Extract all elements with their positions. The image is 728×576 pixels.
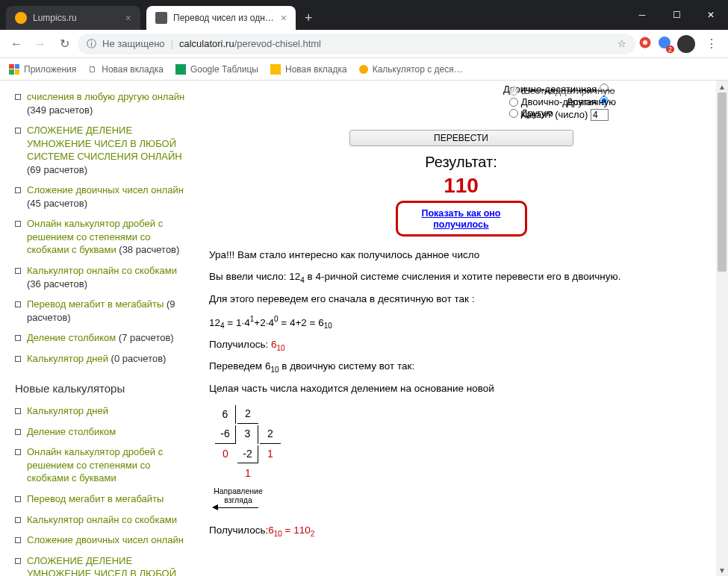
- radio-hex[interactable]: [509, 87, 518, 96]
- scroll-down-icon[interactable]: ▼: [716, 564, 728, 576]
- sidebar-item[interactable]: Онлайн калькулятор дробей с решением со …: [13, 442, 187, 489]
- sidebar-item[interactable]: Онлайн калькулятор дробей с решением со …: [13, 213, 187, 260]
- sidebar-note: (36 расчетов): [27, 278, 87, 289]
- result-heading: Результат:: [209, 154, 713, 171]
- sidebar-note: (45 расчетов): [27, 198, 87, 209]
- minimize-button[interactable]: ─: [625, 0, 659, 30]
- sidebar: счисления в любую другую онлайн (349 рас…: [0, 81, 187, 576]
- url-text: calculatori.ru/perevod-chisel.html: [179, 38, 321, 49]
- tab-title: Перевод чисел из одной систе…: [173, 13, 275, 23]
- arrow-label: Направление взгляда: [212, 487, 264, 504]
- sidebar-link[interactable]: Калькулятор дней: [27, 405, 108, 416]
- tab-title: Lumpics.ru: [33, 13, 119, 23]
- browser-tab-active[interactable]: Перевод чисел из одной систе… ×: [146, 6, 296, 30]
- sidebar-item[interactable]: счисления в любую другую онлайн (349 рас…: [13, 87, 187, 120]
- sidebar-item[interactable]: СЛОЖЕНИЕ ДЕЛЕНИЕ УМНОЖЕНИЕ ЧИСЕЛ В ЛЮБОЙ…: [13, 551, 187, 576]
- bookmark-item[interactable]: Google Таблицы: [175, 64, 258, 75]
- sidebar-item[interactable]: Деление столбиком (7 расчетов): [13, 328, 187, 348]
- sidebar-note: (349 расчетов): [27, 104, 93, 116]
- maximize-button[interactable]: ☐: [659, 0, 694, 30]
- close-icon[interactable]: ×: [281, 12, 287, 24]
- sidebar-link[interactable]: Перевод мегабит в мегабайты: [27, 298, 164, 310]
- radio-bindec-to[interactable]: [509, 98, 518, 107]
- profile-avatar[interactable]: [677, 35, 695, 53]
- url-input[interactable]: ⓘ Не защищено | calculatori.ru/perevod-c…: [78, 34, 635, 54]
- radio-other-to[interactable]: [509, 109, 518, 118]
- extension-icon[interactable]: 2: [658, 36, 671, 51]
- sidebar-link[interactable]: СЛОЖЕНИЕ ДЕЛЕНИЕ УМНОЖЕНИЕ ЧИСЕЛ В ЛЮБОЙ…: [27, 555, 182, 576]
- sidebar-item[interactable]: Перевод мегабит в мегабайты (9 расчетов): [13, 294, 187, 328]
- sidebar-link[interactable]: Сложение двоичных чисел онлайн: [27, 534, 184, 545]
- sidebar-item[interactable]: Перевод мегабит в мегабайты: [13, 489, 187, 510]
- sidebar-item[interactable]: Деление столбиком: [13, 422, 187, 442]
- sidebar-link[interactable]: Онлайн калькулятор дробей с решением со …: [27, 446, 163, 483]
- sidebar-item[interactable]: Калькулятор дней: [13, 401, 187, 422]
- browser-tab[interactable]: Lumpics.ru ×: [6, 6, 140, 30]
- sidebar-note: (69 расчетов): [27, 164, 87, 175]
- menu-button[interactable]: ⋮: [701, 34, 722, 54]
- scrollbar[interactable]: ▲ ▼: [716, 81, 728, 576]
- apps-button[interactable]: Приложения: [9, 64, 76, 75]
- page-icon: [270, 64, 281, 75]
- page-icon: 🗋: [88, 64, 97, 75]
- sidebar-note: (38 расчетов): [116, 244, 180, 255]
- calc-icon: [359, 65, 368, 74]
- sidebar-link[interactable]: счисления в любую другую онлайн: [27, 91, 184, 102]
- security-status: Не защищено: [102, 38, 165, 49]
- favicon-icon: [155, 12, 167, 24]
- sidebar-heading: Новые калькуляторы: [15, 382, 187, 395]
- sidebar-link[interactable]: Деление столбиком: [27, 426, 116, 437]
- favicon-icon: [15, 12, 27, 24]
- sidebar-note: (7 расчетов): [116, 332, 173, 343]
- address-bar: ← → ↻ ⓘ Не защищено | calculatori.ru/per…: [0, 30, 728, 58]
- sidebar-item[interactable]: СЛОЖЕНИЕ ДЕЛЕНИЕ УМНОЖЕНИЕ ЧИСЕЛ В ЛЮБОЙ…: [13, 120, 187, 180]
- sidebar-item[interactable]: Сложение двоичных чисел онлайн (45 расче…: [13, 180, 187, 213]
- sidebar-item[interactable]: Калькулятор онлайн со скобками (36 расче…: [13, 260, 187, 294]
- sidebar-note: (0 расчетов): [108, 353, 166, 364]
- scroll-up-icon[interactable]: ▲: [716, 81, 728, 93]
- sidebar-link[interactable]: Калькулятор онлайн со скобками: [27, 265, 177, 276]
- sidebar-item[interactable]: Калькулятор онлайн со скобками: [13, 510, 187, 530]
- arrow-icon: [212, 504, 713, 510]
- explanation: Ура!!! Вам стало интересно как получилос…: [209, 247, 713, 540]
- sidebar-item[interactable]: Калькулятор дней (0 расчетов): [13, 348, 187, 369]
- sidebar-link[interactable]: Перевод мегабит в мегабайты: [27, 493, 164, 504]
- bookmark-item[interactable]: Новая вкладка: [270, 64, 347, 75]
- back-button[interactable]: ←: [6, 34, 27, 54]
- reload-button[interactable]: ↻: [54, 34, 75, 54]
- division-table: 62 -632 0-21 1: [214, 404, 282, 484]
- show-solution-link[interactable]: Показать как оно получилось: [421, 208, 500, 230]
- info-icon: ⓘ: [87, 37, 96, 51]
- sidebar-link[interactable]: Калькулятор онлайн со скобками: [27, 514, 177, 525]
- sidebar-link[interactable]: СЛОЖЕНИЕ ДЕЛЕНИЕ УМНОЖЕНИЕ ЧИСЕЛ В ЛЮБОЙ…: [27, 125, 182, 162]
- bookmark-item[interactable]: Калькулятор с деся…: [359, 64, 463, 75]
- highlight-box: Показать как оно получилось: [396, 201, 527, 237]
- result-value: 110: [209, 175, 713, 196]
- sidebar-item[interactable]: Сложение двоичных чисел онлайн: [13, 530, 187, 551]
- extension-icon[interactable]: [638, 36, 652, 51]
- window-controls: ─ ☐ ✕: [625, 0, 728, 30]
- sidebar-link[interactable]: Калькулятор дней: [27, 353, 108, 364]
- apps-icon: [9, 64, 19, 75]
- svg-point-1: [643, 40, 647, 45]
- main-content: Двоично-десятичная Другая Какая? (число)…: [187, 81, 728, 576]
- browser-titlebar: Lumpics.ru × Перевод чисел из одной сист…: [0, 0, 728, 30]
- bookmark-item[interactable]: 🗋 Новая вкладка: [88, 64, 164, 75]
- bookmarks-bar: Приложения 🗋 Новая вкладка Google Таблиц…: [0, 58, 728, 81]
- sheets-icon: [175, 64, 186, 75]
- translate-button[interactable]: ПЕРЕВЕСТИ: [349, 130, 573, 146]
- close-icon[interactable]: ×: [125, 12, 131, 24]
- sidebar-link[interactable]: Сложение двоичных чисел онлайн: [27, 184, 184, 195]
- close-window-button[interactable]: ✕: [694, 0, 728, 30]
- sidebar-link[interactable]: Деление столбиком: [27, 332, 116, 343]
- star-icon[interactable]: ☆: [617, 38, 626, 49]
- new-tab-button[interactable]: +: [296, 6, 322, 30]
- forward-button[interactable]: →: [30, 34, 51, 54]
- scroll-thumb[interactable]: [718, 93, 727, 272]
